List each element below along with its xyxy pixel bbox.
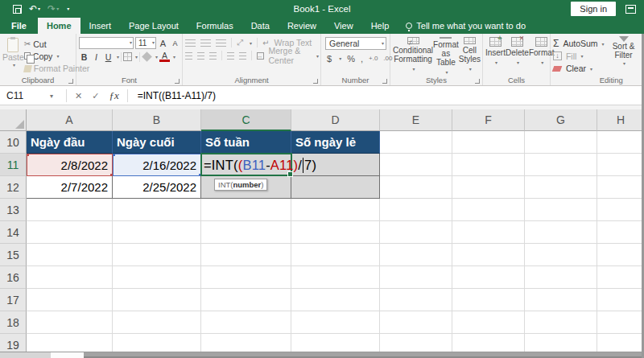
cell[interactable] [452,221,525,244]
cell[interactable] [597,176,644,199]
cell[interactable] [291,266,380,289]
column-header-d[interactable]: D [291,109,380,131]
cell[interactable] [380,154,452,176]
cell[interactable] [597,199,644,221]
customize-qat-icon[interactable]: ▾ [66,6,69,11]
cell[interactable] [113,311,201,334]
align-left-icon[interactable] [185,52,192,60]
cell[interactable] [525,154,597,176]
column-header-c[interactable]: C [201,109,291,131]
cancel-icon[interactable]: ✕ [75,91,82,101]
cell[interactable] [597,154,644,176]
tab-insert[interactable]: Insert [80,18,121,34]
enter-icon[interactable]: ✓ [92,91,99,101]
align-middle-icon[interactable] [200,39,211,47]
cell[interactable] [27,311,113,334]
tab-review[interactable]: Review [279,18,325,34]
cell[interactable] [113,244,201,266]
ribbon-display-options-icon[interactable] [625,5,636,14]
row-header-15[interactable]: 15 [0,244,27,266]
cell[interactable] [27,244,113,266]
cell[interactable] [201,221,291,244]
row-header-14[interactable]: 14 [0,221,27,244]
cell-a12[interactable]: 2/7/2022 [27,176,113,199]
cell[interactable] [27,266,113,289]
row-header-16[interactable]: 16 [0,266,27,289]
font-name-combobox[interactable] [79,37,134,49]
cell[interactable] [597,221,644,244]
cell[interactable] [291,221,380,244]
sheet-tab[interactable] [51,352,84,358]
cell[interactable] [597,311,644,334]
tab-formulas[interactable]: Formulas [188,18,242,34]
cell-b12[interactable]: 2/25/2022 [113,176,201,199]
sheet-tab-bar[interactable] [0,352,644,358]
cell-d12[interactable] [291,176,380,199]
cell[interactable] [113,221,201,244]
row-header-17[interactable]: 17 [0,289,27,311]
shrink-font-button[interactable]: A [170,39,180,47]
column-header-h[interactable]: H [597,109,644,131]
row-header-18[interactable]: 18 [0,311,27,334]
italic-button[interactable]: I [91,52,101,62]
undo-icon[interactable]: ↶▾ [29,4,40,14]
cell-formula-edit[interactable]: =INT((B11-A11)/7) [204,154,316,176]
comma-format-button[interactable]: , [361,54,363,64]
cell[interactable] [27,289,113,311]
cell[interactable] [380,266,452,289]
number-dialog-launcher-icon[interactable] [382,79,387,84]
cell-styles-button[interactable]: Cell Styles▾ [459,37,481,74]
tell-me-box[interactable]: Tell me what you want to do [398,18,526,34]
cell[interactable] [597,289,644,311]
currency-format-button[interactable]: $ [327,54,332,64]
orientation-icon[interactable]: ⤢ [237,38,243,47]
column-header-g[interactable]: G [525,109,597,131]
cell[interactable] [201,244,291,266]
cell[interactable] [452,154,525,176]
cell[interactable] [113,199,201,221]
column-header-a[interactable]: A [27,109,113,131]
underline-button[interactable]: U [103,52,114,62]
align-top-icon[interactable] [185,39,196,47]
cell[interactable] [525,199,597,221]
cell[interactable] [452,311,525,334]
cell[interactable] [380,199,452,221]
select-all-button[interactable] [0,109,27,131]
tab-page-layout[interactable]: Page Layout [120,18,188,34]
save-icon[interactable] [13,5,22,14]
cell[interactable] [525,176,597,199]
align-bottom-icon[interactable] [216,39,226,47]
cell[interactable] [452,131,525,154]
sort-filter-button[interactable]: Sort & Filter▾ [609,36,638,74]
cell[interactable] [380,311,452,334]
cell-b11[interactable]: 2/16/2022 [113,154,201,176]
clipboard-dialog-launcher-icon[interactable] [68,79,73,84]
paste-button[interactable]: Paste ▾ [2,36,24,74]
cell[interactable] [597,131,644,154]
cell[interactable] [291,244,380,266]
formula-bar-input[interactable]: =INT((B11-A11)/7) [130,90,216,101]
fill-color-icon[interactable] [142,51,152,62]
cell[interactable] [291,289,380,311]
cell[interactable] [201,199,291,221]
percent-format-button[interactable]: % [347,54,355,64]
styles-dialog-launcher-icon[interactable] [475,79,480,84]
name-box-dropdown-icon[interactable]: ▾ [50,93,64,100]
cell[interactable] [525,311,597,334]
font-dialog-launcher-icon[interactable] [175,79,180,84]
insert-cells-button[interactable]: Insert▾ [485,37,506,74]
cell[interactable] [525,266,597,289]
column-header-e[interactable]: E [380,109,452,131]
cell[interactable] [380,289,452,311]
cell[interactable] [452,199,525,221]
grow-font-button[interactable]: A [158,39,168,48]
column-header-b[interactable]: B [113,109,201,131]
row-header-12[interactable]: 12 [0,176,27,199]
cell[interactable] [27,199,113,221]
tab-data[interactable]: Data [242,18,279,34]
sign-in-button[interactable]: Sign in [571,2,616,16]
cell[interactable] [113,266,201,289]
cell[interactable] [380,176,452,199]
cell[interactable] [201,311,291,334]
cell-c10[interactable]: Số tuần [201,131,291,154]
